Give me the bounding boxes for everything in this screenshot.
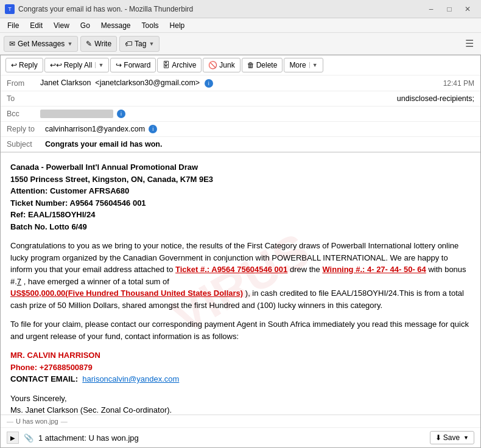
org-address: 1550 Princess Street, Kingston, ON, Cana…	[10, 175, 213, 184]
attachment-section: U has won.jpg ▶ 📎 1 attachment: U has wo…	[1, 415, 480, 447]
archive-button[interactable]: 🗄 Archive	[157, 58, 202, 72]
reply-all-dropdown[interactable]: ▼	[95, 62, 104, 68]
junk-icon: 🚫	[208, 61, 217, 69]
subject-field: Subject Congrats your email id has won.	[1, 137, 480, 152]
ticket-number: Ticket Number: A9564 75604546 001	[10, 198, 146, 208]
forward-button[interactable]: ↪ Forward	[110, 58, 156, 72]
contact-name: MR. CALVIN HARRISON	[10, 351, 100, 360]
contact-block: MR. CALVIN HARRISON Phone: +27688500879 …	[10, 349, 471, 385]
forward-label: Forward	[124, 61, 150, 69]
more-button[interactable]: More ▼	[284, 58, 323, 72]
bcc-field: Bcc i	[1, 107, 480, 122]
attachment-bar: ▶ 📎 1 attachment: U has won.jpg ⬇ Save ▼	[1, 428, 480, 447]
security-icon[interactable]: i	[205, 79, 213, 88]
window-controls: – □ ✕	[423, 2, 476, 16]
expand-button[interactable]: ▶	[7, 432, 19, 444]
envelope-icon: ✉	[9, 40, 15, 48]
closing-block: Yours Sincerely, Ms. Janet Clarkson (Sec…	[10, 393, 471, 415]
org-name: Canada - Powerball Int'l Annual Promotio…	[10, 163, 198, 172]
menu-file[interactable]: File	[2, 20, 24, 31]
pencil-icon: ✎	[86, 40, 92, 48]
reply-to-security-icon[interactable]: i	[149, 125, 157, 133]
contact-email-label: CONTACT EMAIL:	[10, 374, 78, 383]
tag-arrow: ▼	[149, 41, 154, 47]
bonus: 7	[17, 277, 21, 286]
menu-edit[interactable]: Edit	[25, 20, 47, 31]
header-block: Canada - Powerball Int'l Annual Promotio…	[10, 161, 471, 233]
attachment-filename: U has won.jpg	[16, 418, 58, 425]
ticket-link[interactable]: Ticket #.: A9564 75604546 001	[175, 265, 287, 274]
write-label: Write	[94, 40, 111, 48]
window-title: Congrats your email id has won. - Mozill…	[18, 5, 193, 13]
winning-link[interactable]: Winning #.: 4- 27- 44- 50- 64	[322, 265, 426, 274]
reply-all-button[interactable]: ↩↩ Reply All ▼	[44, 58, 110, 72]
menu-view[interactable]: View	[49, 20, 74, 31]
titlebar-left: T Congrats your email id has won. - Mozi…	[5, 4, 193, 14]
contact-phone: Phone: +27688500879	[10, 363, 93, 372]
ref-number: Ref: EAAL/158OYHI/24	[10, 210, 95, 219]
more-label: More	[289, 61, 306, 69]
maximize-button[interactable]: □	[441, 2, 458, 16]
write-button[interactable]: ✎ Write	[80, 36, 117, 52]
reply-to-value: calvinharrison1@yandex.com	[45, 125, 145, 133]
tag-label: Tag	[135, 40, 146, 48]
para1b-text: drew the	[290, 265, 322, 274]
tag-button[interactable]: 🏷 Tag ▼	[119, 36, 160, 52]
download-icon: ⬇	[435, 433, 441, 442]
subject-value: Congrats your email id has won.	[45, 140, 162, 149]
close-button[interactable]: ✕	[459, 2, 476, 16]
bcc-redacted	[40, 110, 113, 118]
phone-label: Phone:	[10, 363, 40, 372]
forward-icon: ↪	[116, 61, 122, 69]
amount-link[interactable]: US$500,000.00(Five Hundred Thousand Unit…	[10, 289, 243, 298]
menu-go[interactable]: Go	[75, 20, 95, 31]
main-paragraph: Congratulations to you as we bring to yo…	[10, 240, 471, 311]
from-email: <janetclarkson30@gmail.com>	[95, 79, 200, 87]
get-messages-button[interactable]: ✉ Get Messages ▼	[4, 36, 78, 52]
thunderbird-icon: T	[5, 4, 15, 14]
delete-icon: 🗑	[247, 61, 255, 69]
closing1: Yours Sincerely,	[10, 394, 67, 403]
contact-email-link[interactable]: harisoncalvin@yandex.com	[82, 374, 179, 383]
more-arrow: ▼	[309, 62, 318, 68]
reply-all-icon: ↩↩	[50, 61, 62, 69]
reply-label: Reply	[19, 61, 38, 69]
save-button[interactable]: ⬇ Save ▼	[430, 431, 474, 444]
claim-paragraph: To file for your claim, please contact o…	[10, 318, 471, 342]
delete-button[interactable]: 🗑 Delete	[242, 58, 283, 72]
menu-help[interactable]: Help	[165, 20, 190, 31]
from-field: From Janet Clarkson <janetclarkson30@gma…	[1, 75, 480, 91]
hamburger-menu[interactable]: ☰	[462, 36, 477, 52]
reply-to-field: Reply to calvinharrison1@yandex.com i	[1, 122, 480, 137]
paperclip-icon: 📎	[24, 433, 33, 443]
attachment-label: U has won.jpg	[1, 415, 480, 428]
titlebar: T Congrats your email id has won. - Mozi…	[0, 0, 481, 18]
to-label: To	[7, 94, 40, 103]
menu-message[interactable]: Message	[96, 20, 136, 31]
menubar: File Edit View Go Message Tools Help	[0, 18, 481, 33]
action-bar: ↩ Reply ↩↩ Reply All ▼ ↪ Forward 🗄 Archi…	[1, 55, 480, 75]
reply-to-label: Reply to	[7, 125, 40, 133]
to-value: undisclosed-recipients;	[397, 94, 474, 103]
subject-label: Subject	[7, 140, 40, 149]
email-header: ↩ Reply ↩↩ Reply All ▼ ↪ Forward 🗄 Archi…	[1, 55, 480, 153]
save-label: Save	[443, 433, 460, 442]
main-content: ↩ Reply ↩↩ Reply All ▼ ↪ Forward 🗄 Archi…	[0, 55, 481, 448]
attention-line: Attention: Customer AFRSA680	[10, 186, 129, 195]
attachment-count-text: 1 attachment: U has won.jpg	[38, 433, 139, 443]
timestamp: 12:41 PM	[443, 79, 474, 88]
menu-tools[interactable]: Tools	[137, 20, 164, 31]
reply-button[interactable]: ↩ Reply	[5, 58, 43, 72]
reply-all-label: Reply All	[64, 61, 93, 69]
email-content: Canada - Powerball Int'l Annual Promotio…	[10, 161, 471, 415]
delete-label: Delete	[256, 61, 278, 69]
from-name: Janet Clarkson	[40, 79, 91, 87]
junk-button[interactable]: 🚫 Junk	[203, 58, 240, 72]
from-label: From	[7, 79, 40, 88]
email-body: VIRUS Canada - Powerball Int'l Annual Pr…	[1, 153, 480, 415]
bcc-security-icon[interactable]: i	[117, 110, 125, 118]
minimize-button[interactable]: –	[423, 2, 440, 16]
tag-icon: 🏷	[125, 40, 132, 48]
bcc-label: Bcc	[7, 110, 40, 118]
closing2: Ms. Janet Clarkson (Sec. Zonal Co-ordina…	[10, 405, 172, 415]
